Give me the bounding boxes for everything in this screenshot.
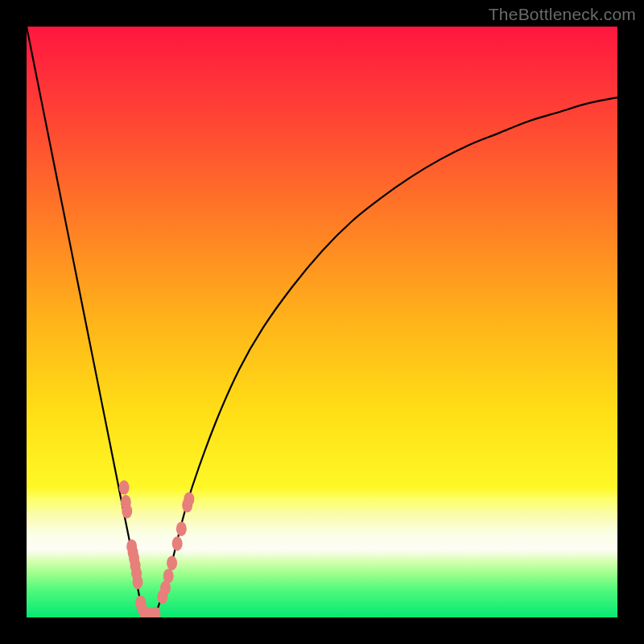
data-marker xyxy=(172,536,183,551)
plot-area xyxy=(27,27,617,617)
data-marker xyxy=(167,555,177,570)
curve-layer xyxy=(27,27,617,617)
data-marker xyxy=(163,569,174,584)
data-markers xyxy=(119,481,195,617)
bottleneck-curve-left xyxy=(27,27,143,613)
data-marker xyxy=(176,522,187,536)
chart-frame: TheBottleneck.com xyxy=(0,0,644,644)
data-marker xyxy=(122,504,132,518)
bottleneck-curve-right xyxy=(156,97,617,612)
watermark-text: TheBottleneck.com xyxy=(489,5,636,24)
data-marker xyxy=(132,575,142,589)
data-marker xyxy=(119,481,130,495)
data-marker xyxy=(184,492,194,506)
